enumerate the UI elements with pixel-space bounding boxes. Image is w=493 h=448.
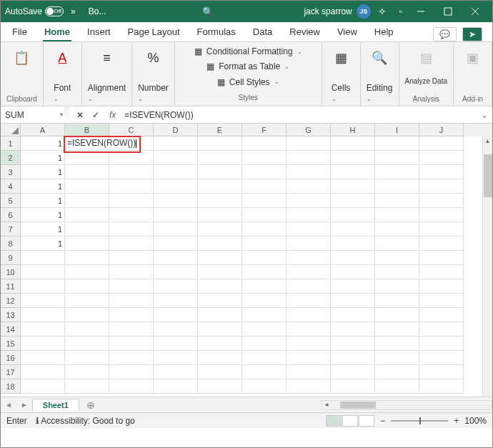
cell[interactable] <box>242 365 287 379</box>
page-layout-view-button[interactable] <box>342 415 358 427</box>
cell[interactable] <box>65 165 109 179</box>
search-area[interactable]: 🔍 <box>111 6 304 17</box>
cell[interactable] <box>154 265 198 279</box>
cell[interactable] <box>287 279 331 294</box>
cell[interactable] <box>21 351 65 365</box>
cell[interactable] <box>331 365 375 379</box>
cell[interactable] <box>198 208 242 222</box>
row-header[interactable]: 9 <box>1 251 21 265</box>
cell[interactable]: 1 <box>21 151 65 165</box>
row-header[interactable]: 6 <box>1 208 21 222</box>
cell[interactable] <box>242 151 287 165</box>
cell[interactable] <box>154 136 198 151</box>
cell[interactable]: 1 <box>21 179 65 194</box>
cell[interactable] <box>109 179 154 194</box>
column-header[interactable]: C <box>109 124 154 136</box>
cell[interactable] <box>65 251 109 265</box>
cell[interactable] <box>287 165 331 179</box>
cell[interactable] <box>65 279 109 294</box>
cell[interactable] <box>242 136 287 151</box>
cell[interactable] <box>198 379 242 394</box>
comments-button[interactable]: 💬 <box>433 27 457 41</box>
cell[interactable] <box>331 265 375 279</box>
cell[interactable]: 1 <box>21 165 65 179</box>
cell[interactable] <box>419 208 464 222</box>
tab-file[interactable]: File <box>11 24 29 41</box>
cell[interactable] <box>287 351 331 365</box>
cell[interactable] <box>419 194 464 208</box>
cell[interactable] <box>154 308 198 322</box>
column-header[interactable]: D <box>154 124 198 136</box>
cell[interactable] <box>198 222 242 237</box>
cell[interactable] <box>375 365 419 379</box>
cell[interactable] <box>242 165 287 179</box>
cell[interactable] <box>375 208 419 222</box>
accessibility-status[interactable]: ℹ Accessibility: Good to go <box>36 416 135 426</box>
cell[interactable] <box>331 351 375 365</box>
zoom-in-button[interactable]: + <box>454 416 459 426</box>
group-analysis[interactable]: ▤ Analyze Data Analysis <box>399 42 454 106</box>
cell[interactable] <box>109 222 154 237</box>
cell[interactable] <box>242 251 287 265</box>
cell[interactable] <box>287 194 331 208</box>
cell[interactable] <box>375 265 419 279</box>
cell[interactable] <box>419 379 464 394</box>
cell[interactable] <box>419 308 464 322</box>
cell[interactable] <box>109 379 154 394</box>
cell[interactable] <box>375 136 419 151</box>
cell[interactable] <box>375 294 419 308</box>
cell[interactable] <box>287 136 331 151</box>
cell[interactable] <box>154 351 198 365</box>
user-account[interactable]: jack sparrow JS <box>304 4 370 19</box>
sheet-nav-prev-icon[interactable]: ◄ <box>1 401 16 409</box>
scroll-left-icon[interactable]: ◄ <box>322 402 332 408</box>
cell[interactable]: 1 <box>21 222 65 237</box>
row-header[interactable]: 11 <box>1 279 21 294</box>
cell[interactable] <box>154 237 198 251</box>
cell[interactable] <box>375 237 419 251</box>
group-number[interactable]: % Number⌄ <box>132 42 175 106</box>
cell[interactable] <box>242 208 287 222</box>
cell[interactable] <box>287 379 331 394</box>
column-header[interactable]: H <box>331 124 375 136</box>
formula-bar[interactable]: =ISEVEN(ROW()) <box>119 110 477 120</box>
column-header[interactable]: G <box>287 124 331 136</box>
column-header[interactable]: B <box>65 124 109 136</box>
cell[interactable] <box>154 179 198 194</box>
cell[interactable] <box>109 294 154 308</box>
cell[interactable] <box>198 279 242 294</box>
cell[interactable] <box>242 265 287 279</box>
cell[interactable] <box>154 365 198 379</box>
cell[interactable] <box>65 208 109 222</box>
group-editing[interactable]: 🔍 Editing⌄ <box>361 42 399 106</box>
cell[interactable] <box>198 251 242 265</box>
cell[interactable] <box>419 322 464 337</box>
fx-icon[interactable]: fx <box>106 110 119 120</box>
maximize-button[interactable] <box>435 2 461 21</box>
group-alignment[interactable]: ≡ Alignment⌄ <box>82 42 132 106</box>
cell[interactable] <box>109 151 154 165</box>
cell[interactable] <box>65 351 109 365</box>
cancel-formula-button[interactable]: ✕ <box>76 110 84 120</box>
row-header[interactable]: 14 <box>1 322 21 337</box>
cell[interactable] <box>65 308 109 322</box>
scroll-thumb[interactable] <box>484 154 492 197</box>
cell[interactable] <box>375 194 419 208</box>
cell[interactable] <box>198 194 242 208</box>
cell[interactable]: 1 <box>21 237 65 251</box>
cell[interactable] <box>331 208 375 222</box>
cell[interactable] <box>109 365 154 379</box>
row-header[interactable]: 8 <box>1 237 21 251</box>
cell[interactable] <box>419 151 464 165</box>
cell[interactable] <box>375 351 419 365</box>
tab-page-layout[interactable]: Page Layout <box>126 24 181 41</box>
cell[interactable] <box>65 294 109 308</box>
cell[interactable] <box>198 337 242 351</box>
row-header[interactable]: 2 <box>1 151 21 165</box>
cell[interactable] <box>242 237 287 251</box>
column-header[interactable]: E <box>198 124 242 136</box>
cell[interactable] <box>154 151 198 165</box>
cell[interactable] <box>331 237 375 251</box>
cell[interactable] <box>331 179 375 194</box>
cell[interactable] <box>331 379 375 394</box>
